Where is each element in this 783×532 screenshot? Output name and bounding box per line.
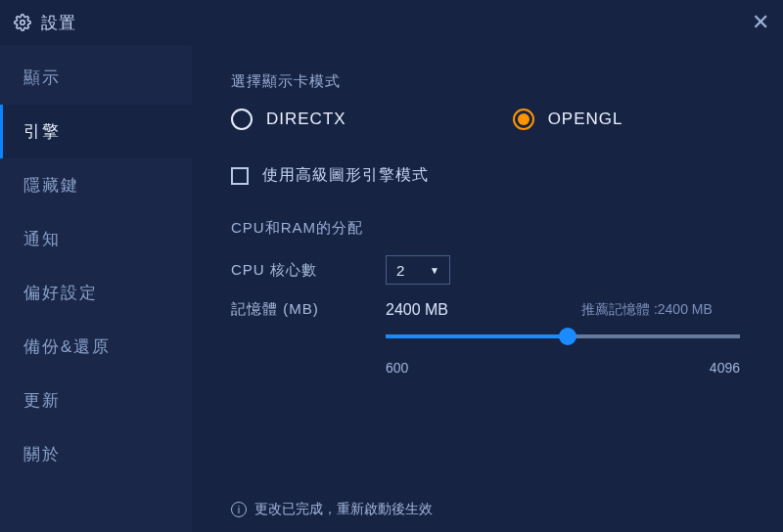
memory-slider[interactable]	[386, 334, 740, 338]
titlebar: 設置 ✕	[0, 0, 783, 45]
sidebar-item-notification[interactable]: 通知	[0, 212, 192, 266]
slider-fill	[386, 334, 568, 338]
sidebar: 顯示 引擎 隱藏鍵 通知 偏好設定 備份&還原 更新 關於	[0, 45, 192, 532]
radio-directx[interactable]: DIRECTX	[231, 109, 346, 130]
slider-min: 600	[386, 360, 408, 376]
cpu-cores-select[interactable]: 2 ▼	[386, 255, 450, 285]
gear-icon	[14, 14, 31, 31]
svg-point-0	[21, 21, 25, 25]
radio-opengl-label: OPENGL	[548, 110, 623, 129]
sidebar-item-hidden-keys[interactable]: 隱藏鍵	[0, 158, 192, 212]
advanced-graphics-label: 使用高級圖形引擎模式	[262, 165, 429, 186]
footer-text: 更改已完成，重新啟動後生效	[254, 501, 433, 518]
sidebar-item-engine[interactable]: 引擎	[0, 105, 192, 158]
sidebar-item-update[interactable]: 更新	[0, 374, 192, 427]
window-title: 設置	[41, 12, 76, 34]
footer-message: i 更改已完成，重新啟動後生效	[231, 501, 744, 518]
close-icon[interactable]: ✕	[752, 10, 769, 35]
radio-directx-label: DIRECTX	[266, 110, 346, 129]
sidebar-item-preferences[interactable]: 偏好設定	[0, 266, 192, 320]
sidebar-item-display[interactable]: 顯示	[0, 51, 192, 105]
radio-icon	[231, 109, 253, 130]
radio-icon	[513, 109, 534, 130]
memory-recommended: 推薦記憶體 :2400 MB	[581, 301, 713, 319]
cpu-cores-label: CPU 核心數	[231, 261, 386, 280]
advanced-graphics-checkbox[interactable]: 使用高級圖形引擎模式	[231, 165, 744, 186]
chevron-down-icon: ▼	[430, 265, 439, 276]
cpu-cores-value: 2	[396, 262, 404, 279]
info-icon: i	[231, 502, 247, 517]
main-panel: 選擇顯示卡模式 DIRECTX OPENGL 使用高級圖形引擎模式 CPU和RA…	[192, 45, 783, 532]
slider-thumb[interactable]	[559, 328, 576, 345]
checkbox-icon	[231, 167, 249, 185]
graphics-mode-label: 選擇顯示卡模式	[231, 72, 744, 91]
memory-value: 2400 MB	[386, 301, 581, 319]
sidebar-item-about[interactable]: 關於	[0, 427, 192, 481]
slider-max: 4096	[710, 360, 740, 376]
sidebar-item-backup-restore[interactable]: 備份&還原	[0, 320, 192, 374]
radio-opengl[interactable]: OPENGL	[513, 109, 623, 130]
memory-label: 記憶體 (MB)	[231, 300, 386, 319]
cpu-ram-section-label: CPU和RAM的分配	[231, 219, 744, 238]
